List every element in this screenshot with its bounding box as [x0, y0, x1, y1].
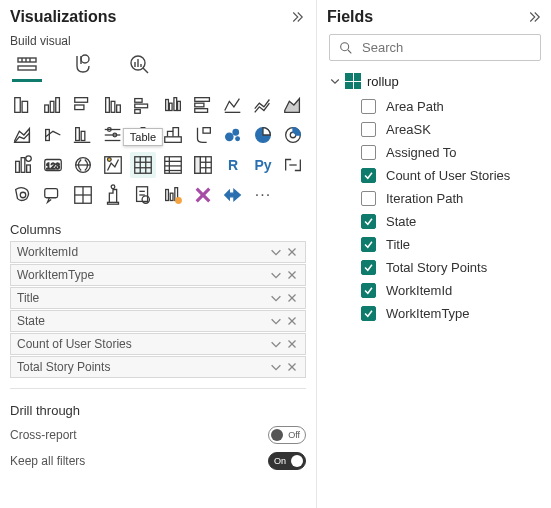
keep-filters-toggle[interactable]: On	[268, 452, 306, 470]
column-row[interactable]: State	[10, 310, 306, 332]
chevron-down-icon[interactable]	[269, 314, 283, 328]
field-checkbox[interactable]	[361, 283, 376, 298]
column-row[interactable]: Title	[10, 287, 306, 309]
svg-rect-87	[170, 193, 173, 200]
viz-type-16[interactable]	[190, 122, 216, 148]
viz-type-23[interactable]	[100, 152, 126, 178]
field-row[interactable]: Area Path	[329, 95, 543, 118]
viz-type-33[interactable]	[100, 182, 126, 208]
viz-type-28[interactable]: Py	[250, 152, 276, 178]
table-node[interactable]: rollup	[329, 71, 543, 95]
viz-type-7[interactable]	[220, 92, 246, 118]
viz-type-3[interactable]	[100, 92, 126, 118]
viz-type-18[interactable]	[250, 122, 276, 148]
field-row[interactable]: State	[329, 210, 543, 233]
field-label: Assigned To	[386, 145, 457, 160]
viz-type-5[interactable]	[160, 92, 186, 118]
field-checkbox[interactable]	[361, 99, 376, 114]
columns-title: Columns	[10, 214, 306, 241]
fields-list: Area PathAreaSKAssigned ToCount of User …	[329, 95, 543, 325]
collapse-icon[interactable]	[288, 8, 306, 26]
remove-icon[interactable]	[285, 291, 299, 305]
chevron-down-icon[interactable]	[269, 268, 283, 282]
column-row[interactable]: Total Story Points	[10, 356, 306, 378]
remove-icon[interactable]	[285, 245, 299, 259]
chevron-down-icon[interactable]	[269, 360, 283, 374]
svg-rect-19	[111, 101, 115, 112]
field-checkbox[interactable]	[361, 168, 376, 183]
field-label: Title	[386, 237, 410, 252]
viz-type-25[interactable]	[160, 152, 186, 178]
field-checkbox[interactable]	[361, 260, 376, 275]
viz-type-21[interactable]: 123	[40, 152, 66, 178]
viz-type-32[interactable]	[70, 182, 96, 208]
viz-type-34[interactable]	[130, 182, 156, 208]
viz-type-29[interactable]	[280, 152, 306, 178]
search-icon	[338, 40, 354, 56]
field-checkbox[interactable]	[361, 191, 376, 206]
svg-rect-0	[18, 58, 36, 62]
field-checkbox[interactable]	[361, 306, 376, 321]
viz-type-10[interactable]	[10, 122, 36, 148]
viz-type-8[interactable]	[250, 92, 276, 118]
field-row[interactable]: Title	[329, 233, 543, 256]
remove-icon[interactable]	[285, 314, 299, 328]
column-row[interactable]: WorkItemId	[10, 241, 306, 263]
viz-type-15[interactable]	[160, 122, 186, 148]
svg-point-51	[26, 156, 32, 162]
viz-type-6[interactable]	[190, 92, 216, 118]
viz-type-35[interactable]	[160, 182, 186, 208]
search-input[interactable]	[360, 39, 532, 56]
field-row[interactable]: WorkItemId	[329, 279, 543, 302]
viz-type-2[interactable]	[70, 92, 96, 118]
viz-type-24[interactable]: Table	[130, 152, 156, 178]
cross-report-toggle[interactable]: Off	[268, 426, 306, 444]
viz-type-26[interactable]	[190, 152, 216, 178]
field-row[interactable]: Total Story Points	[329, 256, 543, 279]
field-row[interactable]: Iteration Path	[329, 187, 543, 210]
collapse-icon[interactable]	[525, 8, 543, 26]
chevron-down-icon[interactable]	[269, 337, 283, 351]
field-checkbox[interactable]	[361, 237, 376, 252]
column-row[interactable]: Count of User Stories	[10, 333, 306, 355]
viz-type-19[interactable]	[280, 122, 306, 148]
viz-type-17[interactable]	[220, 122, 246, 148]
viz-type-4[interactable]	[130, 92, 156, 118]
tab-format[interactable]	[68, 52, 98, 82]
column-row[interactable]: WorkItemType	[10, 264, 306, 286]
viz-type-37[interactable]	[220, 182, 246, 208]
field-checkbox[interactable]	[361, 122, 376, 137]
viz-type-27[interactable]: R	[220, 152, 246, 178]
viz-type-30[interactable]	[10, 182, 36, 208]
viz-type-1[interactable]	[40, 92, 66, 118]
search-box[interactable]	[329, 34, 541, 61]
viz-type-31[interactable]	[40, 182, 66, 208]
svg-rect-30	[195, 109, 208, 113]
viz-type-38[interactable]: ···	[250, 182, 276, 208]
field-checkbox[interactable]	[361, 214, 376, 229]
viz-type-12[interactable]	[70, 122, 96, 148]
svg-point-5	[81, 55, 89, 63]
field-checkbox[interactable]	[361, 145, 376, 160]
field-row[interactable]: Count of User Stories	[329, 164, 543, 187]
svg-point-89	[176, 198, 182, 204]
field-row[interactable]: WorkItemType	[329, 302, 543, 325]
remove-icon[interactable]	[285, 337, 299, 351]
svg-rect-24	[166, 100, 169, 111]
field-label: Iteration Path	[386, 191, 463, 206]
svg-rect-15	[56, 98, 60, 113]
viz-type-36[interactable]	[190, 182, 216, 208]
tab-build[interactable]	[12, 52, 42, 82]
viz-type-9[interactable]	[280, 92, 306, 118]
chevron-down-icon[interactable]	[269, 291, 283, 305]
remove-icon[interactable]	[285, 268, 299, 282]
viz-type-11[interactable]	[40, 122, 66, 148]
remove-icon[interactable]	[285, 360, 299, 374]
viz-type-20[interactable]	[10, 152, 36, 178]
viz-type-0[interactable]	[10, 92, 36, 118]
viz-type-22[interactable]	[70, 152, 96, 178]
chevron-down-icon[interactable]	[269, 245, 283, 259]
field-row[interactable]: AreaSK	[329, 118, 543, 141]
tab-analytics[interactable]	[124, 52, 154, 82]
field-row[interactable]: Assigned To	[329, 141, 543, 164]
